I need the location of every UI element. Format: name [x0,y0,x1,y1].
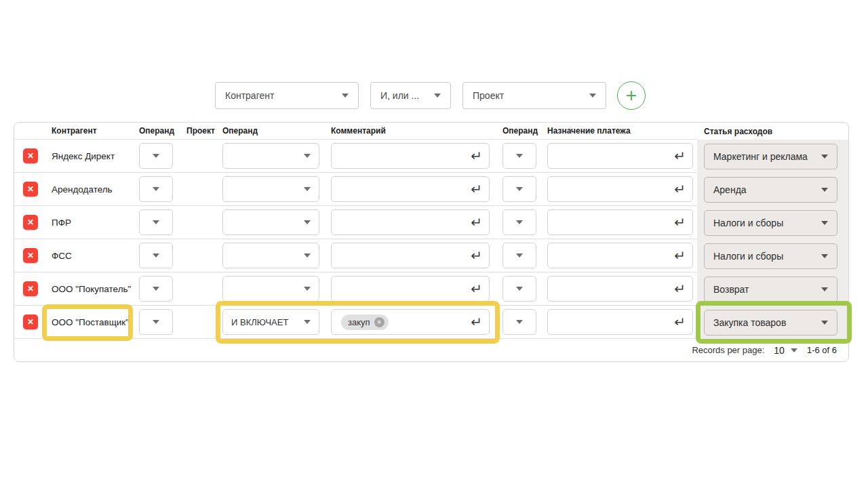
payment-purpose-input[interactable]: ↵ [547,143,693,169]
column-header-label: Операнд [222,126,258,136]
payment-purpose-input[interactable]: ↵ [547,209,693,235]
project-cell [178,206,218,239]
operand-select[interactable] [502,309,536,335]
expense-category-cell: Налоги и сборы [697,239,848,272]
project-cell [178,173,218,206]
enter-icon: ↵ [674,182,686,196]
expense-category-select[interactable]: Маркетинг и реклама [704,144,837,169]
expense-category-value: Возврат [713,284,749,295]
delete-cell: ✕ [14,306,47,339]
add-rule-button[interactable]: + [617,81,646,110]
expense-category-cell: Возврат [697,272,848,306]
counterparty-value: Арендодатель [52,184,113,195]
counterparty-value: Яндекс Директ [52,151,115,161]
operand-select[interactable] [139,209,173,235]
comment-input[interactable]: ↵ [331,143,490,169]
rules-table: КонтрагентОперандПроектОперандКомментари… [14,122,849,362]
chip-remove-icon[interactable]: ✕ [374,317,384,327]
column-header-label: Статья расходов [704,127,772,136]
operand-select[interactable] [502,276,536,302]
expense-category-select[interactable]: Налоги и сборы [704,243,837,269]
expense-category-value: Налоги и сборы [713,251,783,262]
comment-input[interactable]: ↵ [331,276,490,302]
enter-icon: ↵ [471,149,482,163]
counterparty-filter-label: Контрагент [225,90,274,101]
expense-category-value: Маркетинг и реклама [713,151,808,162]
column-header: Статья расходов [697,123,848,140]
operand-select[interactable] [502,143,536,169]
delete-cell: ✕ [14,206,47,239]
comment-input[interactable]: закуп✕↵ [331,309,490,335]
chevron-down-icon [516,187,523,191]
delete-row-button[interactable]: ✕ [23,148,38,163]
project-filter-select[interactable]: Проект [462,82,606,109]
operand-select[interactable] [222,176,319,202]
expense-category-value: Налоги и сборы [713,218,783,228]
operand-cell: И ВКЛЮЧАЕТ [218,306,326,339]
operand-cell [218,206,326,239]
chevron-down-icon [304,253,311,258]
payment-purpose-input[interactable]: ↵ [547,243,693,268]
expense-category-select[interactable]: Налоги и сборы [704,210,837,236]
operand-select[interactable] [222,276,319,302]
operand-select[interactable] [502,176,536,202]
operand-select[interactable] [502,209,536,235]
operand-select[interactable] [139,176,173,202]
records-per-page-select[interactable]: 10 [774,345,797,356]
operand-select[interactable] [222,243,319,268]
operand-cell [497,206,542,239]
comment-input[interactable]: ↵ [331,176,490,202]
column-header: Операнд [497,123,542,140]
payment-purpose-cell: ↵ [542,140,697,173]
operand-select[interactable] [222,209,319,235]
comment-input[interactable]: ↵ [331,209,490,235]
payment-purpose-cell: ↵ [542,239,697,272]
expense-category-select[interactable]: Закупка товаров [704,310,837,336]
operand-select[interactable] [139,276,173,302]
enter-icon: ↵ [471,315,482,329]
operator-filter-select[interactable]: И, или ... [370,82,451,109]
project-cell [178,239,218,272]
enter-icon: ↵ [674,315,686,329]
delete-row-button[interactable]: ✕ [23,248,38,263]
payment-purpose-input[interactable]: ↵ [547,276,693,302]
comment-cell: закуп✕↵ [326,306,497,339]
delete-row-button[interactable]: ✕ [23,182,38,197]
operand-select[interactable]: И ВКЛЮЧАЕТ [222,309,319,335]
delete-row-button[interactable]: ✕ [23,215,38,230]
expense-category-select[interactable]: Возврат [704,277,837,302]
header-spacer [14,123,47,140]
chevron-down-icon [304,320,311,324]
operand-value: И ВКЛЮЧАЕТ [231,317,288,327]
operand-select[interactable] [502,243,536,268]
payment-purpose-cell: ↵ [542,206,697,239]
payment-purpose-input[interactable]: ↵ [547,309,693,335]
operand-cell [497,272,542,306]
table-body: ✕Яндекс Директ↵↵Маркетинг и реклама✕Арен… [14,140,848,339]
project-cell [178,272,218,306]
operand-select[interactable] [139,143,173,169]
chevron-down-icon [516,220,523,224]
project-cell [178,306,218,339]
table-row: ✕ООО "Покупатель"↵↵Возврат [14,272,848,306]
operand-cell [497,140,542,173]
operand-cell [218,173,326,206]
delete-row-button[interactable]: ✕ [23,281,38,296]
enter-icon: ↵ [674,249,686,262]
delete-row-button[interactable]: ✕ [23,314,38,329]
operand-select[interactable] [139,309,173,335]
column-header-label: Комментарий [331,126,386,136]
operand-cell [134,272,178,306]
operand-select[interactable] [222,143,319,169]
chevron-down-icon [589,94,596,98]
comment-input[interactable]: ↵ [331,243,490,268]
counterparty-cell: ФСС [47,239,134,272]
delete-cell: ✕ [14,239,47,272]
counterparty-filter-select[interactable]: Контрагент [215,82,359,109]
table-row: ✕ООО "Поставщик"И ВКЛЮЧАЕТзакуп✕↵↵Закупк… [14,306,848,339]
payment-purpose-input[interactable]: ↵ [547,176,693,202]
operand-select[interactable] [139,243,173,268]
column-header-label: Контрагент [52,126,97,136]
column-header-label: Операнд [502,126,538,136]
expense-category-select[interactable]: Аренда [704,177,837,203]
